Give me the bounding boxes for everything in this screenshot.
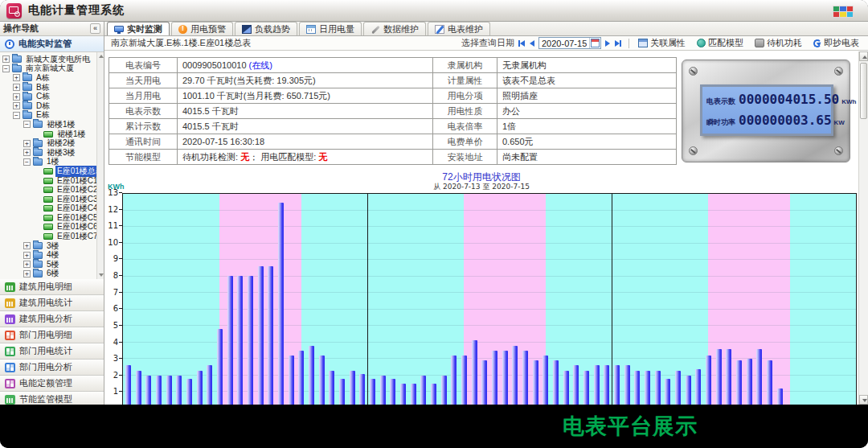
usage-bar: [431, 384, 436, 405]
tab-daily-usage[interactable]: 日用电量: [299, 22, 362, 35]
tree-node[interactable]: +B栋: [0, 83, 104, 92]
footer-band: 电表平台展示: [0, 405, 868, 448]
y-tick-label: 2: [113, 371, 118, 380]
sidebar-item-realtime-monitor[interactable]: 电能实时监管: [0, 36, 104, 52]
expander-icon[interactable]: +: [23, 242, 31, 249]
expander-icon[interactable]: −: [23, 158, 31, 166]
expander-icon[interactable]: +: [13, 102, 20, 109]
read-meter-button[interactable]: 即抄电表: [811, 37, 862, 49]
expander-icon[interactable]: +: [23, 140, 31, 147]
scroll-down-icon[interactable]: [859, 395, 868, 405]
gridline: [123, 309, 856, 310]
expander-icon[interactable]: +: [23, 252, 31, 259]
field-label: 节能模型: [109, 150, 178, 165]
tab-realtime[interactable]: 实时监测: [107, 22, 170, 35]
day-divider: [612, 194, 612, 405]
usage-bar: [298, 351, 304, 405]
gridline: [123, 243, 856, 244]
usage-bar: [634, 371, 640, 405]
expander-icon[interactable]: +: [13, 74, 20, 81]
sidebar-item-quota-manage[interactable]: 电能定额管理: [0, 376, 104, 392]
sidebar-item-dept-stats[interactable]: 部门用电统计: [0, 343, 104, 360]
tree-node[interactable]: −裙楼1楼: [0, 120, 104, 129]
expander-icon[interactable]: +: [23, 261, 31, 268]
grid-square-icon: [840, 6, 845, 11]
scroll-down-icon[interactable]: [99, 273, 104, 277]
tab-label: 数据维护: [383, 23, 419, 35]
value-text: 29.70 千瓦时(当天耗费: 19.305元): [182, 76, 316, 85]
sidebar-panel-title: 操作导航: [3, 23, 39, 35]
table-row: 当天用电29.70 千瓦时(当天耗费: 19.305元)计量属性该表不是总表: [109, 73, 677, 88]
slide-stage: 电能计量管理系统 操作导航 « 电能实时监管 +新城大厦变电所电−南京新城大厦+…: [0, 0, 868, 448]
value-text: 尚未配置: [502, 152, 538, 162]
tab-meter-maintain[interactable]: 电表维护: [428, 22, 490, 35]
expander-icon[interactable]: +: [13, 93, 20, 101]
folder-icon: [33, 121, 43, 128]
tree-node-label: 6楼: [45, 268, 61, 279]
tab-load-trend[interactable]: 负载趋势: [235, 22, 297, 35]
sidebar-item-building-detail[interactable]: 建筑用电明细: [0, 279, 104, 295]
scroll-thumb[interactable]: [860, 63, 867, 119]
tabs-bar: 实时监测用电预警负载趋势日用电量数据维护电表维护: [104, 22, 868, 36]
expander-icon[interactable]: +: [23, 149, 31, 156]
sidebar-item-building-analysis[interactable]: 建筑用电分析: [0, 311, 104, 327]
sidebar-item-dept-analysis[interactable]: 部门用电分析: [0, 360, 104, 376]
field-value: 4015.5 千瓦时: [178, 104, 433, 119]
tree-node[interactable]: −南京新城大厦: [0, 64, 104, 74]
value-text: 2020-07-15 16:30:18: [182, 137, 264, 146]
expander-icon[interactable]: −: [23, 121, 31, 128]
field-label: 计量属性: [433, 73, 497, 88]
expander-icon[interactable]: −: [13, 112, 20, 119]
expander-icon[interactable]: +: [23, 270, 31, 277]
match-model-button[interactable]: 匹配模型: [694, 37, 746, 49]
expander-icon[interactable]: +: [2, 55, 10, 63]
relation-icon: [638, 39, 648, 47]
usage-bar: [350, 371, 355, 405]
y-tick-label: 7: [113, 288, 118, 297]
sidebar-item-label: 部门用电分析: [19, 361, 72, 373]
tab-data-maintain[interactable]: 数据维护: [363, 22, 426, 35]
usage-bar: [573, 365, 579, 405]
main-scrollbar[interactable]: [858, 51, 868, 405]
usage-bar: [370, 379, 375, 405]
usage-bar: [390, 379, 395, 405]
tree-scrollbar[interactable]: [96, 52, 104, 279]
day-divider: [367, 194, 368, 405]
expander-icon[interactable]: −: [2, 65, 10, 72]
scroll-up-icon[interactable]: [99, 55, 104, 58]
app-grid-icon[interactable]: [833, 6, 854, 18]
first-day-button[interactable]: [518, 40, 526, 47]
value-text: 1001.10 千瓦时(当月耗费: 650.715元): [182, 91, 330, 101]
breadcrumb: 南京新城大厦.E栋.1楼.E座01楼总表: [111, 37, 458, 49]
scroll-up-icon[interactable]: [859, 51, 868, 61]
content-area: 电表编号0009905010010 (在线)隶属机构无隶属机构当天用电29.70…: [104, 51, 858, 405]
sidebar-item-building-stats[interactable]: 建筑用电统计: [0, 295, 104, 311]
tab-label: 电表维护: [448, 23, 483, 35]
usage-bar: [451, 356, 457, 405]
standby-power-button[interactable]: 待机功耗: [752, 37, 805, 49]
sidebar-collapse-button[interactable]: «: [90, 23, 100, 34]
expander-icon[interactable]: +: [13, 84, 20, 91]
tab-power-alert[interactable]: 用电预警: [171, 22, 233, 35]
folder-icon: [23, 102, 32, 109]
tree-node[interactable]: +D栋: [0, 101, 104, 111]
app-title: 电能计量管理系统: [28, 3, 125, 18]
meter-icon: [43, 205, 53, 212]
date-input[interactable]: [539, 39, 589, 48]
tree-node[interactable]: +C栋: [0, 92, 104, 101]
next-day-button[interactable]: [604, 40, 611, 47]
field-label: 用电分项: [433, 88, 497, 104]
usage-bar: [309, 346, 314, 405]
tree-node[interactable]: +6楼: [0, 269, 104, 279]
field-label: 用电性质: [433, 104, 497, 119]
sidebar-item-dept-detail[interactable]: 部门用电明细: [0, 327, 104, 343]
screw-icon: [689, 146, 698, 155]
usage-bar: [675, 371, 681, 405]
tree-node[interactable]: +A栋: [0, 73, 104, 83]
usage-bar: [767, 360, 772, 405]
prev-day-button[interactable]: [529, 40, 535, 47]
last-day-button[interactable]: [614, 40, 622, 47]
calendar-button-icon[interactable]: [589, 38, 600, 48]
relation-attr-button[interactable]: 关联属性: [636, 37, 688, 49]
value-text: 0.650元: [502, 137, 534, 146]
